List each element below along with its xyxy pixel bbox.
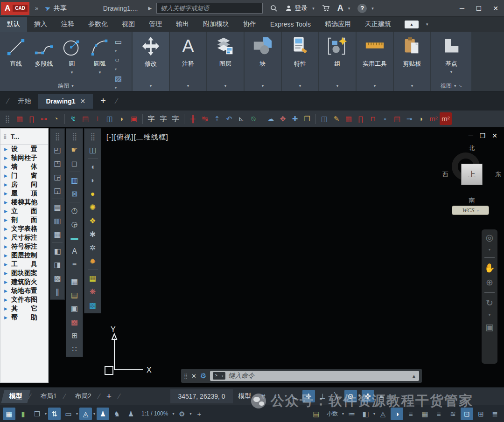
circle-tool-button[interactable]: 圆 ▾ (59, 35, 85, 81)
tz-move-label-icon[interactable]: ✥ (277, 112, 289, 125)
double-line-icon[interactable]: ∥ (50, 285, 64, 298)
circle-dropdown-icon[interactable]: ▾ (71, 70, 73, 75)
panel-utilities[interactable]: 实用工具 ▾ (357, 32, 393, 91)
ribbon-tab-default[interactable]: 默认 (0, 17, 27, 32)
ribbon-tab-addins[interactable]: 附加模块 (196, 17, 236, 32)
tz-wall-2-icon[interactable]: ▤ (391, 112, 403, 125)
snap-mode-dropdown-icon[interactable]: ▾ (285, 394, 287, 398)
tz-symbol-elevation-icon[interactable]: ⍉ (247, 112, 259, 125)
autodesk-dropdown-icon[interactable]: ▾ (348, 6, 350, 11)
polyline-tool-button[interactable]: 多段线 (31, 35, 57, 81)
ellipse-tool-dropdown-icon[interactable]: ▾ (115, 67, 122, 71)
selection-cycling-dropdown-icon[interactable]: ▾ (76, 412, 78, 416)
rectangle-tool-dropdown-icon[interactable]: ▾ (115, 49, 122, 53)
bring-to-front-icon[interactable]: ◰ (50, 143, 64, 157)
palette-item-roof[interactable]: ▶屋 顶 (0, 189, 48, 198)
palette-item-layer-control[interactable]: ▶图层控制 (0, 251, 48, 260)
panel-clipboard[interactable]: 剪贴板 ▾ (394, 32, 430, 91)
maximize-button[interactable]: ☐ (470, 0, 487, 17)
workspace-settings-dropdown-icon[interactable]: ▾ (189, 412, 191, 416)
dynamic-input-icon[interactable]: ✜ (362, 390, 374, 402)
palette-item-block-pattern[interactable]: ▶图块图案 (0, 269, 48, 277)
white-out-icon[interactable]: ◧ (50, 244, 64, 258)
layout-tab-model[interactable]: 模型 (1, 390, 31, 403)
palette-item-other[interactable]: ▶其 它 (0, 304, 48, 313)
dots-tool-icon[interactable]: ∷ (66, 342, 83, 356)
tz-fan-window-icon[interactable]: ◗ (116, 112, 128, 125)
layer-light-off-icon[interactable]: ◖ (84, 160, 101, 173)
isometric-drafting-icon[interactable]: ⊥ (316, 390, 329, 402)
tz-axis-grid-icon[interactable]: ▦ (14, 112, 26, 125)
annotation-visibility-icon[interactable]: ♟ (97, 408, 109, 420)
swatch-yellow-icon[interactable]: ▦ (84, 271, 101, 285)
signin-button[interactable]: 登录 (285, 4, 308, 13)
autocad-logo[interactable]: A CAD (1, 2, 29, 15)
panel-annotate-expand-icon[interactable]: ▾ (187, 83, 189, 88)
object-snap-dropdown-icon[interactable]: ▾ (358, 394, 360, 398)
viewport-controls[interactable]: [-][俯视][二维线框] (106, 133, 168, 142)
palette-item-help[interactable]: ▶帮 助 (0, 313, 48, 322)
panel-properties-expand-icon[interactable]: ▾ (299, 83, 301, 88)
compass-south-label[interactable]: 南 (469, 196, 475, 205)
palette-item-symbol[interactable]: ▶符号标注 (0, 242, 48, 251)
annotation-scale-sync-icon[interactable]: ♟ (125, 408, 137, 420)
freeze-layer-icon[interactable]: ✱ (84, 228, 101, 241)
panel-view-base[interactable]: 基点 ▾ 视图 ▾ ↘ (431, 32, 471, 91)
tz-column-2-icon[interactable]: ∏ (355, 112, 367, 125)
polar-tracking-icon[interactable]: ✛ (302, 390, 315, 402)
properties-monitor-icon[interactable]: ≔ (345, 408, 358, 420)
units-format-dropdown-icon[interactable]: ▾ (342, 412, 344, 416)
object-isolate-icon[interactable]: ◬ (377, 408, 389, 420)
grid-display-icon[interactable]: # (257, 390, 270, 402)
object-edit-icon[interactable]: ☛ (66, 143, 83, 157)
app-store-cart-icon[interactable] (322, 5, 330, 12)
fullscreen-toggle-icon[interactable]: ⊞ (475, 408, 487, 420)
units-format[interactable]: 小数 (324, 408, 341, 420)
navigation-wheel-dropdown-icon[interactable]: ▾ (489, 248, 490, 252)
bulb-on-icon[interactable]: ● (84, 187, 101, 201)
view-cube[interactable]: 北 南 西 东 上 (444, 144, 499, 205)
palette-item-elevation[interactable]: ▶立 面 (0, 207, 48, 215)
tz-fan-2-icon[interactable]: ◗ (415, 112, 427, 125)
send-under-icon[interactable]: ◱ (50, 184, 64, 197)
tz-cloud-mark-icon[interactable]: ☁ (265, 112, 277, 125)
panel-view-footer[interactable]: 视图 ▾ ↘ (431, 81, 471, 91)
command-grip-icon[interactable]: ⣿ (184, 373, 188, 379)
sun-brightness-icon[interactable]: ✹ (84, 255, 101, 268)
text-to-front-icon[interactable]: ▤ (50, 201, 64, 214)
freeze-viewport-icon[interactable]: ✲ (84, 241, 101, 255)
panel-block-expand-icon[interactable]: ▾ (262, 83, 264, 88)
panel-block[interactable]: 块 ▾ (245, 32, 281, 91)
tz-dim-arc-icon[interactable]: ↶ (223, 112, 235, 125)
tz-copy-clip-icon[interactable]: ❐ (301, 112, 313, 125)
tz-area-m2-icon[interactable]: m² (427, 112, 440, 125)
close-button[interactable]: ✕ (487, 0, 504, 17)
ribbon-tab-parametric[interactable]: 参数化 (81, 17, 115, 32)
annotation-autoscale-icon[interactable]: ♞ (111, 408, 123, 420)
ui-lock-dropdown-icon[interactable]: ▾ (373, 412, 375, 416)
hatch-to-back-icon[interactable]: ▥ (50, 214, 64, 228)
tz-sheet-edit-icon[interactable]: ✎ (330, 112, 343, 125)
palette-item-settings[interactable]: ▶设 置 (0, 145, 48, 153)
command-input[interactable]: >_ ▾ 键入命令 ▲ (210, 371, 419, 381)
vbar-grip-icon[interactable]: ⣿ (84, 130, 101, 143)
tz-sum-area-icon[interactable]: m² (440, 112, 452, 125)
panel-annotate[interactable]: A 注释 ▾ (170, 32, 206, 91)
navigation-wheel-icon[interactable]: ◎ (486, 233, 494, 242)
tz-dim-angle-icon[interactable]: ⊾ (235, 112, 247, 125)
panel-utilities-expand-icon[interactable]: ▾ (374, 83, 376, 88)
tz-multi-text-icon[interactable]: 字 (169, 112, 182, 125)
title-caret-icon[interactable]: ▶ (148, 6, 152, 11)
help-dropdown-icon[interactable]: ▾ (371, 6, 374, 11)
zoom-tool-icon[interactable]: ⊕ (486, 278, 493, 287)
search-icon[interactable] (270, 5, 278, 12)
pan-hand-icon[interactable]: ✋ (484, 263, 495, 272)
tz-elevation-window-icon[interactable]: ↯ (67, 112, 79, 125)
bring-above-icon[interactable]: ◲ (50, 170, 64, 184)
selection-cycling-icon[interactable]: ▭ (62, 408, 75, 420)
palette-item-tools[interactable]: ▶工 具 (0, 260, 48, 269)
quick-access-expand-icon[interactable]: » (35, 5, 38, 12)
units-ruler-icon[interactable]: ▤ (310, 408, 322, 420)
show-motion-icon[interactable]: ▣ (485, 323, 494, 332)
base-point-dropdown-icon[interactable]: ▾ (450, 69, 453, 74)
